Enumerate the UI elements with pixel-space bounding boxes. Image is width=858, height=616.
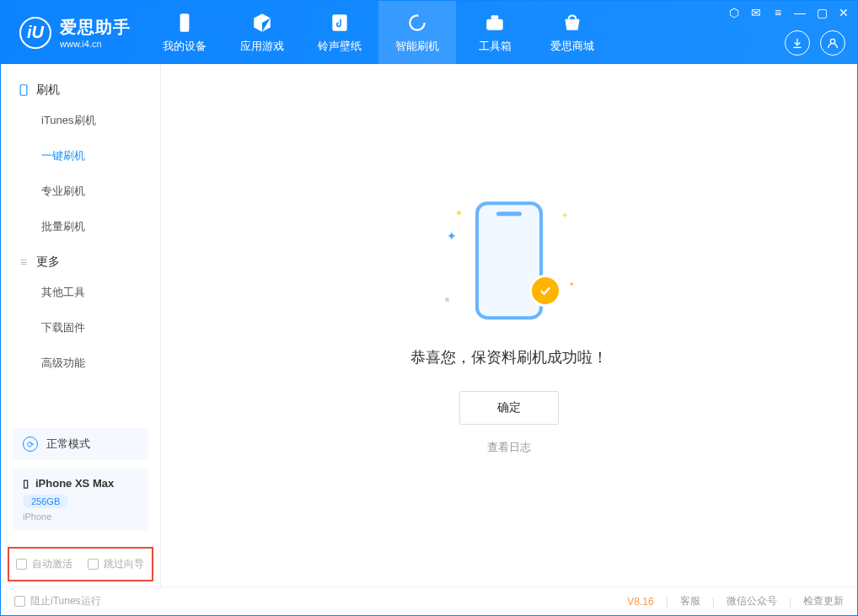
footer-link-support[interactable]: 客服: [680, 594, 700, 608]
checkbox-label: 阻止iTunes运行: [30, 594, 101, 608]
sidebar-items-flash: iTunes刷机 一键刷机 专业刷机 批量刷机: [1, 103, 160, 244]
close-button[interactable]: ✕: [837, 6, 850, 19]
mode-icon: ⟳: [23, 437, 38, 452]
svg-rect-1: [332, 14, 346, 31]
group-title: 更多: [36, 254, 60, 270]
separator: |: [666, 596, 668, 608]
svg-rect-3: [491, 15, 499, 19]
app-logo-icon: iU: [19, 17, 51, 49]
sparkle-icon: ✦: [569, 281, 575, 288]
refresh-icon: [406, 12, 428, 34]
device-icon: [174, 12, 196, 34]
device-storage-badge: 256GB: [23, 495, 68, 508]
success-illustration: ✦ ✦ ✦: [442, 196, 576, 330]
toolbox-icon: [484, 12, 506, 34]
nav-apps[interactable]: 应用游戏: [223, 1, 301, 64]
nav-label: 我的设备: [163, 39, 206, 54]
feedback-icon[interactable]: ✉: [749, 6, 763, 19]
download-button[interactable]: [785, 30, 810, 56]
ok-button[interactable]: 确定: [459, 391, 559, 425]
shirt-icon[interactable]: ⬡: [727, 6, 741, 19]
sidebar-item-download-firmware[interactable]: 下载固件: [1, 310, 160, 345]
checkbox-auto-activate[interactable]: 自动激活: [16, 557, 72, 571]
nav-flash[interactable]: 智能刷机: [378, 1, 456, 64]
nav-toolbox[interactable]: 工具箱: [456, 1, 534, 64]
checkbox-block-itunes[interactable]: 阻止iTunes运行: [14, 594, 101, 608]
phone-icon: [18, 84, 29, 96]
header: iU 爱思助手 www.i4.cn 我的设备 应用游戏 铃声壁纸 智能刷机: [1, 1, 857, 64]
maximize-button[interactable]: ▢: [815, 6, 829, 19]
separator: |: [789, 596, 791, 608]
separator: |: [712, 596, 715, 608]
app-window: iU 爱思助手 www.i4.cn 我的设备 应用游戏 铃声壁纸 智能刷机: [0, 0, 858, 616]
phone-illustration: [475, 201, 543, 319]
checkbox-icon: [16, 559, 27, 570]
nav-label: 智能刷机: [395, 39, 439, 54]
sidebar-item-advanced[interactable]: 高级功能: [1, 345, 160, 381]
device-info-card[interactable]: ▯ iPhone XS Max 256GB iPhone: [13, 469, 148, 530]
nav-store[interactable]: 爱思商城: [534, 1, 611, 64]
main-content: ✦ ✦ ✦ 恭喜您，保资料刷机成功啦！ 确定 查看日志: [161, 64, 857, 587]
svg-rect-5: [20, 85, 27, 95]
minimize-button[interactable]: ―: [793, 6, 807, 19]
version-label: V8.16: [627, 596, 653, 608]
sidebar-item-batch-flash[interactable]: 批量刷机: [1, 209, 160, 244]
body: 刷机 iTunes刷机 一键刷机 专业刷机 批量刷机 ≡ 更多 其他工具 下载固…: [1, 64, 857, 587]
user-button[interactable]: [820, 30, 845, 56]
decoration-dot: [457, 211, 461, 215]
nav-label: 铃声壁纸: [318, 39, 362, 54]
header-right: [785, 30, 845, 56]
nav-my-device[interactable]: 我的设备: [146, 1, 223, 64]
nav-label: 爱思商城: [550, 39, 594, 54]
device-name-row: ▯ iPhone XS Max: [23, 477, 138, 490]
check-badge-icon: [529, 275, 561, 307]
svg-point-4: [830, 39, 834, 43]
nav-label: 工具箱: [479, 39, 512, 54]
device-block: ⟳ 正常模式 ▯ iPhone XS Max 256GB iPhone: [1, 428, 160, 540]
menu-icon[interactable]: ≡: [771, 6, 785, 19]
logo-text: 爱思助手 www.i4.cn: [60, 16, 131, 49]
options-row-highlighted: 自动激活 跳过向导: [8, 547, 153, 581]
cube-icon: [251, 12, 273, 34]
sidebar: 刷机 iTunes刷机 一键刷机 专业刷机 批量刷机 ≡ 更多 其他工具 下载固…: [1, 64, 161, 587]
sidebar-item-itunes-flash[interactable]: iTunes刷机: [1, 103, 160, 138]
titlebar-controls: ⬡ ✉ ≡ ― ▢ ✕: [727, 6, 850, 19]
sidebar-item-other-tools[interactable]: 其他工具: [1, 275, 160, 310]
sidebar-item-pro-flash[interactable]: 专业刷机: [1, 174, 160, 209]
view-log-link[interactable]: 查看日志: [487, 440, 531, 455]
footer-link-update[interactable]: 检查更新: [803, 594, 844, 608]
sidebar-item-oneclick-flash[interactable]: 一键刷机: [1, 138, 160, 174]
list-icon: ≡: [18, 256, 29, 268]
success-message: 恭喜您，保资料刷机成功啦！: [410, 347, 608, 367]
footer-link-wechat[interactable]: 微信公众号: [727, 594, 777, 608]
device-mode-card[interactable]: ⟳ 正常模式: [13, 428, 148, 460]
checkbox-icon: [14, 596, 25, 607]
app-subtitle: www.i4.cn: [60, 39, 131, 49]
device-type: iPhone: [23, 512, 138, 522]
checkbox-icon: [88, 559, 99, 570]
music-icon: [329, 12, 351, 34]
store-icon: [561, 12, 583, 34]
sidebar-group-flash: 刷机: [1, 72, 160, 103]
svg-rect-2: [486, 19, 503, 29]
sidebar-scroll: 刷机 iTunes刷机 一键刷机 专业刷机 批量刷机 ≡ 更多 其他工具 下载固…: [1, 64, 160, 428]
checkbox-label: 跳过向导: [104, 557, 144, 571]
nav-label: 应用游戏: [240, 39, 284, 54]
footer-left: 阻止iTunes运行: [14, 594, 101, 608]
device-icon: ▯: [23, 477, 29, 490]
app-title: 爱思助手: [60, 16, 131, 39]
svg-rect-0: [180, 13, 190, 32]
sparkle-icon: ✦: [561, 211, 568, 220]
sidebar-items-more: 其他工具 下载固件 高级功能: [1, 275, 160, 381]
sparkle-icon: ✦: [447, 229, 457, 243]
logo-area: iU 爱思助手 www.i4.cn: [1, 16, 146, 49]
device-mode-label: 正常模式: [46, 437, 90, 452]
footer-right: V8.16 | 客服 | 微信公众号 | 检查更新: [627, 594, 844, 608]
decoration-dot: [445, 297, 449, 302]
checkbox-skip-guide[interactable]: 跳过向导: [88, 557, 144, 571]
device-name: iPhone XS Max: [35, 477, 114, 490]
group-title: 刷机: [36, 83, 60, 98]
main-nav: 我的设备 应用游戏 铃声壁纸 智能刷机 工具箱 爱思商城: [146, 1, 611, 64]
nav-ringtones[interactable]: 铃声壁纸: [301, 1, 378, 64]
sidebar-group-more: ≡ 更多: [1, 244, 160, 275]
